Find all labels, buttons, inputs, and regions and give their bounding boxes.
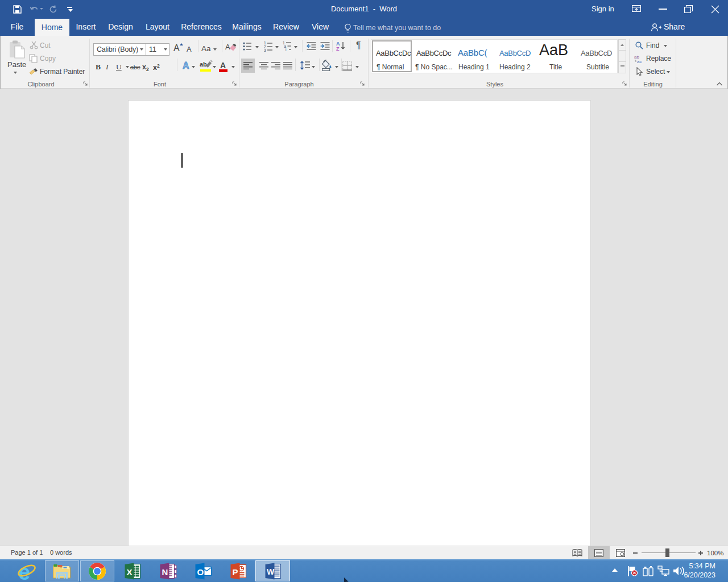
svg-text:P: P [233,567,238,576]
svg-text:Z: Z [336,46,340,51]
svg-text:ac: ac [637,59,642,64]
svg-text:W: W [267,567,275,576]
svg-text:i: i [286,48,286,52]
svg-text:N: N [162,567,168,576]
svg-text:X: X [127,567,133,576]
svg-text:O: O [197,567,204,576]
svg-text:3: 3 [264,48,266,52]
